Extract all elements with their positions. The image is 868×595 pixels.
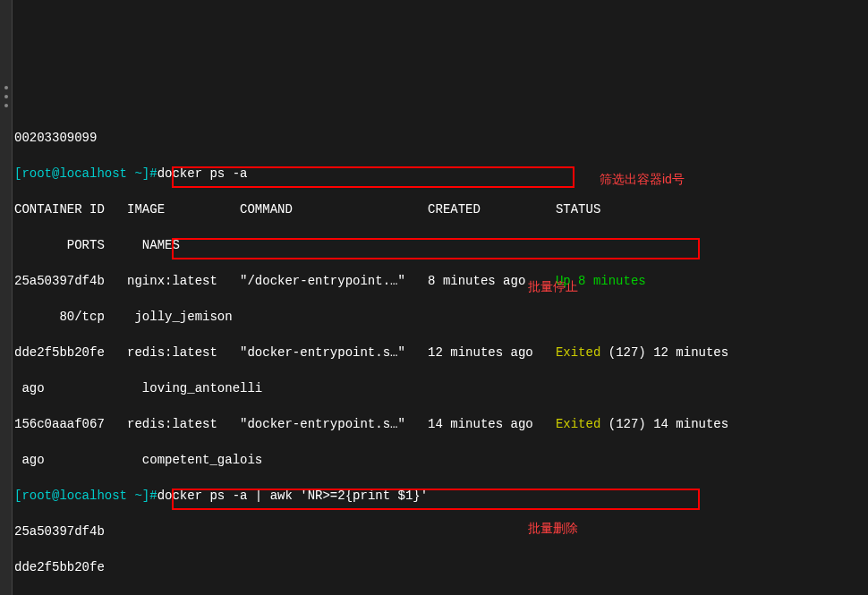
annotation-filter: 筛选出容器id号 [600,170,685,188]
prompt-line: [root@localhost ~]#docker ps -a [14,165,868,183]
table-row: 156c0aaaf067 redis:latest "docker-entryp… [14,415,868,433]
table-row: 25a50397df4b nginx:latest "/docker-entry… [14,272,868,290]
table-row: dde2f5bb20fe redis:latest "docker-entryp… [14,344,868,361]
output-line: dde2f5bb20fe [14,558,868,576]
table-header: PORTS NAMES [14,236,868,254]
table-row: 80/tcp jolly_jemison [14,308,868,326]
prompt-line: [root@localhost ~]#docker ps -a | awk 'N… [14,487,868,505]
annotation-rm: 批量删除 [528,519,578,537]
table-header: CONTAINER ID IMAGE COMMAND CREATED STATU… [14,200,868,218]
terminal-output[interactable]: 00203309099 [root@localhost ~]#docker ps… [14,111,868,595]
editor-gutter [0,0,13,595]
table-row: ago loving_antonelli [14,379,868,397]
annotation-stop: 批量停止 [528,277,578,295]
output-line: 00203309099 [14,129,868,147]
table-row: ago competent_galois [14,451,868,469]
output-line: 25a50397df4b [14,523,868,540]
